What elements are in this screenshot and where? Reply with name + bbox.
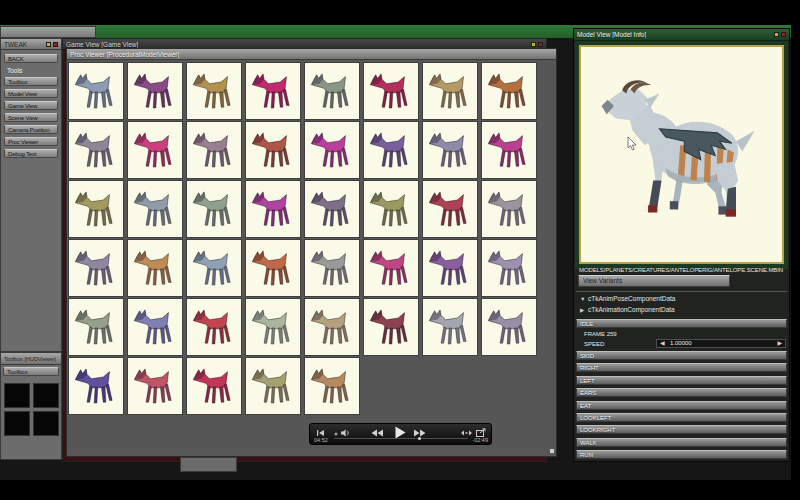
creature-thumbnail[interactable] — [246, 63, 300, 119]
creature-thumbnail[interactable] — [423, 122, 477, 178]
creature-thumbnail[interactable] — [187, 122, 241, 178]
creature-thumbnail[interactable] — [187, 181, 241, 237]
toolbox-slot[interactable] — [33, 411, 59, 436]
creature-thumbnail[interactable] — [423, 240, 477, 296]
creature-thumbnail[interactable] — [128, 358, 182, 414]
sidebar-button-scene-view[interactable]: Scene View — [4, 113, 58, 122]
creature-thumbnail[interactable] — [246, 299, 300, 355]
anim-item-skid[interactable]: SKID — [576, 351, 787, 360]
creature-thumbnail[interactable] — [482, 181, 536, 237]
creature-thumbnail[interactable] — [128, 181, 182, 237]
seek-bar[interactable] — [334, 438, 468, 439]
anim-item-eat[interactable]: EAT — [576, 401, 787, 410]
creature-thumbnail[interactable] — [482, 299, 536, 355]
creature-thumbnail[interactable] — [364, 181, 418, 237]
creature-thumbnail[interactable] — [423, 63, 477, 119]
increase-arrow-icon[interactable]: ▶ — [777, 340, 782, 347]
creature-thumbnail[interactable] — [187, 63, 241, 119]
creature-thumbnail[interactable] — [305, 63, 359, 119]
creature-thumbnail[interactable] — [482, 122, 536, 178]
sidebar-button-back[interactable]: BACK — [4, 54, 58, 63]
sidebar-button-model-view[interactable]: Model View — [4, 89, 58, 98]
creature-thumbnail[interactable] — [128, 299, 182, 355]
view-variants-button[interactable]: View Variants — [578, 275, 730, 287]
creature-thumbnail[interactable] — [69, 181, 123, 237]
creature-thumbnail[interactable] — [69, 299, 123, 355]
speed-stepper[interactable]: ◀ 1.00000 ▶ — [656, 339, 786, 348]
tree-item-ctkanimationcomponentdata[interactable]: ▶cTkAnimationComponentData — [580, 306, 675, 316]
anim-item-left[interactable]: LEFT — [576, 376, 787, 385]
seek-handle[interactable] — [418, 437, 421, 440]
creature-thumbnail[interactable] — [187, 358, 241, 414]
creature-thumbnail[interactable] — [246, 122, 300, 178]
creature-thumbnail[interactable] — [69, 358, 123, 414]
decrease-arrow-icon[interactable]: ◀ — [660, 340, 665, 347]
sidebar-button-game-view[interactable]: Game View — [4, 101, 58, 110]
close-icon[interactable] — [538, 42, 543, 47]
sidebar-button-toolbox[interactable]: Toolbox — [4, 77, 58, 86]
export-icon[interactable] — [476, 428, 487, 437]
tree-item-ctkanimposecomponentdata[interactable]: ▼cTkAnimPoseComponentData — [580, 295, 675, 305]
creature-thumbnail[interactable] — [423, 299, 477, 355]
creature-thumbnail[interactable] — [128, 63, 182, 119]
proc-viewer-titlebar[interactable]: Proc Viewer [ProceduralModelViewer] — [67, 49, 556, 60]
close-icon[interactable] — [781, 32, 786, 37]
toolbox-titlebar[interactable]: Toolbox [HUDViewer] — [1, 353, 61, 365]
volume-icon[interactable] — [341, 429, 351, 437]
creature-thumbnail[interactable] — [423, 181, 477, 237]
resize-arrows-icon[interactable] — [461, 429, 472, 437]
creature-thumbnail[interactable] — [305, 299, 359, 355]
creature-thumbnail[interactable] — [364, 122, 418, 178]
minimize-icon[interactable] — [774, 32, 779, 37]
anim-item-run[interactable]: RUN — [576, 450, 787, 459]
chevron-right-icon[interactable]: ▶ — [580, 307, 588, 313]
asset-path-text: MODELS/PLANETS/CREATURES/ANTELOPERIG/ANT… — [579, 267, 787, 273]
model-3d-viewport[interactable] — [579, 45, 784, 264]
toolbox-slot[interactable] — [4, 411, 30, 436]
creature-thumbnail[interactable] — [305, 240, 359, 296]
creature-thumbnail[interactable] — [305, 358, 359, 414]
creature-thumbnail[interactable] — [187, 299, 241, 355]
anim-item-lookright[interactable]: LOOKRIGHT — [576, 425, 787, 434]
resize-grip[interactable] — [550, 449, 554, 453]
anim-item-lookleft[interactable]: LOOKLEFT — [576, 413, 787, 422]
creature-thumbnail[interactable] — [128, 240, 182, 296]
creature-thumbnail[interactable] — [69, 122, 123, 178]
creature-thumbnail[interactable] — [69, 63, 123, 119]
creature-thumbnail[interactable] — [246, 181, 300, 237]
creature-thumbnail[interactable] — [69, 240, 123, 296]
anim-item-idle[interactable]: IDLE — [576, 319, 787, 328]
previous-frame-button[interactable] — [316, 429, 325, 437]
model-view-title: Model View [Model Info] — [577, 31, 646, 38]
sidebar-button-debug-text[interactable]: Debug Text — [4, 149, 58, 158]
sidebar-button-proc-viewer[interactable]: Proc Viewer — [4, 137, 58, 146]
chevron-down-icon[interactable]: ▼ — [580, 296, 588, 302]
creature-thumbnail[interactable] — [482, 63, 536, 119]
sidebar-button-camera-position[interactable]: Camera Position — [4, 125, 58, 134]
creature-thumbnail[interactable] — [246, 240, 300, 296]
minimize-icon[interactable] — [531, 42, 536, 47]
tweak-titlebar[interactable]: TWEAK — [1, 39, 61, 50]
minimize-icon[interactable] — [46, 42, 51, 47]
creature-thumbnail[interactable] — [128, 122, 182, 178]
creature-thumbnail[interactable] — [364, 63, 418, 119]
fast-forward-button[interactable] — [414, 429, 426, 437]
creature-thumbnail[interactable] — [364, 299, 418, 355]
toolbox-header-button[interactable]: Toolbox — [3, 367, 59, 376]
creature-thumbnail[interactable] — [187, 240, 241, 296]
anim-item-right[interactable]: RIGHT — [576, 363, 787, 372]
anim-item-ears[interactable]: EARS — [576, 388, 787, 397]
creature-thumbnail[interactable] — [482, 240, 536, 296]
close-icon[interactable] — [53, 42, 58, 47]
creature-thumbnail[interactable] — [305, 122, 359, 178]
model-view-titlebar[interactable]: Model View [Model Info] — [574, 29, 789, 41]
creature-thumbnail[interactable] — [305, 181, 359, 237]
anim-item-walk[interactable]: WALK — [576, 438, 787, 447]
toolbox-slot[interactable] — [33, 383, 59, 408]
creature-thumbnail[interactable] — [364, 240, 418, 296]
toolbox-slot[interactable] — [4, 383, 30, 408]
creature-thumbnail[interactable] — [246, 358, 300, 414]
rewind-button[interactable] — [371, 429, 383, 437]
procedural-model-grid — [68, 60, 555, 455]
docked-panel-tab[interactable] — [0, 26, 96, 38]
